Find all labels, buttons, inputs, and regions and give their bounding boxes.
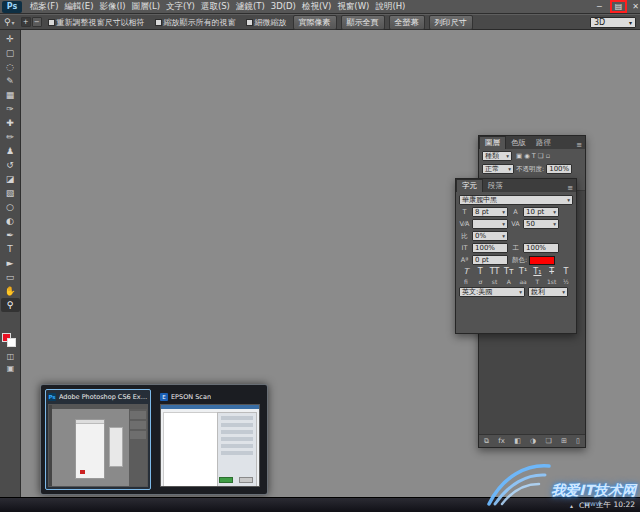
menu-item[interactable]: 編輯(E) [62, 0, 97, 13]
layers-action-icon[interactable]: ⧉ [484, 437, 489, 445]
menu-item[interactable]: 影像(I) [97, 0, 129, 13]
gradient-tool[interactable]: ▧ [1, 186, 20, 200]
minimize-button[interactable]: ─ [592, 0, 607, 13]
tool-preset-picker[interactable]: ⚲ ▾ [4, 17, 15, 27]
zoom-out-button[interactable]: − [32, 17, 42, 27]
tracking-field[interactable]: 50 ▾ [523, 219, 559, 229]
text-style-button[interactable]: T [474, 267, 486, 276]
menu-item[interactable]: 檢視(V) [299, 0, 334, 13]
type-tool[interactable]: T [1, 242, 20, 256]
blend-mode-dropdown[interactable]: 正常 ▾ [482, 164, 514, 174]
text-style-button[interactable]: Tᴛ [503, 267, 515, 276]
text-style-button[interactable]: TT [489, 267, 501, 276]
text-style-button[interactable]: T [460, 267, 472, 276]
font-size-field[interactable]: 8 pt ▾ [472, 207, 508, 217]
menu-item[interactable]: 說明(H) [372, 0, 408, 13]
tab-channels[interactable]: 色版 [506, 137, 531, 149]
history-brush-tool[interactable]: ↺ [1, 158, 20, 172]
text-style-button[interactable]: T¹ [517, 267, 529, 276]
opentype-button[interactable]: A [503, 278, 515, 285]
workspace-switcher[interactable]: 3D ▾ [590, 17, 636, 28]
text-style-button[interactable]: T₁ [531, 267, 543, 276]
layers-action-icon[interactable]: ◧ [514, 437, 521, 445]
filter-icon[interactable]: ▣ [516, 152, 522, 160]
tab-layers[interactable]: 圖層 [479, 136, 506, 149]
text-style-button[interactable]: T [560, 267, 572, 276]
eyedropper-tool[interactable]: ✑ [1, 102, 20, 116]
checkbox[interactable] [246, 19, 253, 26]
tab-paragraph[interactable]: 段落 [483, 180, 508, 192]
option-checkbox-group[interactable]: 細微縮放 [246, 17, 287, 28]
opentype-button[interactable]: ơ [474, 278, 486, 285]
option-checkbox-group[interactable]: 縮放顯示所有的視窗 [155, 17, 236, 28]
path-selection-tool[interactable]: ► [1, 256, 20, 270]
layers-action-icon[interactable]: fx [498, 437, 505, 445]
opentype-button[interactable]: ½ [560, 278, 572, 285]
preview-card-epson-scan[interactable]: E EPSON Scan [157, 389, 263, 490]
clone-stamp-tool[interactable]: ♟ [1, 144, 20, 158]
opentype-button[interactable]: 1st [546, 278, 558, 285]
shape-tool[interactable]: ▭ [1, 270, 20, 284]
lasso-tool[interactable]: ◌ [1, 60, 20, 74]
font-family-dropdown[interactable]: 華康麗中黑 ▾ [459, 195, 573, 205]
checkbox[interactable] [48, 19, 55, 26]
zoom-preset-button[interactable]: 顯示全頁 [341, 15, 385, 30]
highlighted-arrange-icon[interactable]: ▤ [615, 2, 623, 11]
screen-mode-button[interactable]: ◫ [1, 350, 20, 362]
menu-item[interactable]: 圖層(L) [129, 0, 163, 13]
zoom-preset-button[interactable]: 實際像素 [293, 15, 337, 30]
filter-icon[interactable]: ▫ [546, 152, 550, 160]
tab-paths[interactable]: 路徑 [531, 137, 556, 149]
baseline-shift-field[interactable]: 0 pt [472, 255, 508, 265]
panel-menu-icon[interactable]: ≡ [573, 141, 585, 149]
preview-card-photoshop[interactable]: Ps Adobe Photoshop CS6 Exten... [45, 389, 151, 490]
background-color-swatch[interactable] [7, 338, 16, 347]
opentype-button[interactable]: T [531, 278, 543, 285]
horizontal-scale-field[interactable]: 100% [523, 243, 559, 253]
clock[interactable]: 上午 10:22 [596, 500, 635, 510]
leading-field[interactable]: 10 pt ▾ [523, 207, 559, 217]
zoom-in-button[interactable]: + [21, 17, 31, 27]
opentype-button[interactable]: aa [517, 278, 529, 285]
crop-tool[interactable]: ▦ [1, 88, 20, 102]
menu-item[interactable]: 3D(D) [268, 0, 299, 13]
menu-item[interactable]: 濾鏡(T) [233, 0, 268, 13]
panel-menu-icon[interactable]: ≡ [564, 184, 576, 192]
menu-item[interactable]: 視窗(W) [334, 0, 372, 13]
epson-window-thumbnail[interactable] [160, 404, 260, 487]
menu-item[interactable]: 文字(Y) [163, 0, 198, 13]
eraser-tool[interactable]: ◪ [1, 172, 20, 186]
language-indicator[interactable]: CH [579, 501, 590, 510]
hand-tool[interactable]: ✋ [1, 284, 20, 298]
option-checkbox-group[interactable]: 重新調整視窗尺寸以相符 [48, 17, 145, 28]
vertical-scale-field[interactable]: 100% [472, 243, 508, 253]
move-tool[interactable]: ✛ [1, 32, 20, 46]
marquee-tool[interactable]: ▢ [1, 46, 20, 60]
filter-icon[interactable]: ◉ [524, 152, 530, 160]
checkbox[interactable] [155, 19, 162, 26]
zoom-preset-button[interactable]: 全螢幕 [389, 15, 425, 30]
layers-action-icon[interactable]: ⊞ [561, 437, 567, 445]
layers-action-icon[interactable]: ❏ [545, 437, 551, 445]
photoshop-window-thumbnail[interactable] [48, 404, 148, 487]
close-button[interactable]: ✕ [628, 0, 640, 13]
screen-mode-button[interactable]: ▣ [1, 362, 20, 374]
tsume-field[interactable]: 0% ▾ [472, 231, 508, 241]
dodge-tool[interactable]: ◐ [1, 214, 20, 228]
pen-tool[interactable]: ✒ [1, 228, 20, 242]
language-dropdown[interactable]: 英文:美國 ▾ [459, 287, 525, 297]
blur-tool[interactable]: ○ [1, 200, 20, 214]
filter-icon[interactable]: T [532, 152, 536, 160]
show-hidden-icons-button[interactable]: ▴ [570, 502, 573, 509]
layers-action-icon[interactable]: ◑ [530, 437, 536, 445]
quick-selection-tool[interactable]: ✎ [1, 74, 20, 88]
layer-filter-dropdown[interactable]: 種類 ▾ [482, 151, 512, 161]
opentype-button[interactable]: fi [460, 278, 472, 285]
kerning-field[interactable]: ▾ [472, 219, 508, 229]
tab-character[interactable]: 字元 [456, 179, 483, 192]
text-color-swatch[interactable] [529, 256, 555, 265]
healing-brush-tool[interactable]: ✚ [1, 116, 20, 130]
text-style-button[interactable]: T [546, 267, 558, 276]
menu-item[interactable]: 檔案(F) [27, 0, 62, 13]
filter-icon[interactable]: ❏ [538, 152, 544, 160]
